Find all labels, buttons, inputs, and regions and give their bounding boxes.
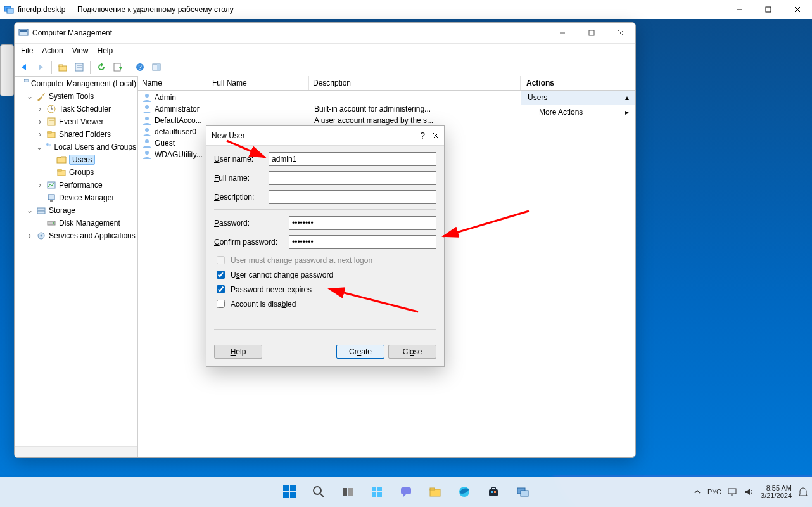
svg-rect-70 [377, 492, 382, 497]
tree-disk-management[interactable]: Disk Management [15, 217, 137, 229]
taskbar-taskview-button[interactable] [335, 479, 360, 504]
system-tray: РУС 8:55 AM 3/21/2024 [694, 484, 808, 499]
twisty-icon[interactable]: › [36, 130, 44, 139]
cm-minimize-button[interactable] [548, 23, 577, 43]
twisty-icon[interactable]: ⌄ [26, 92, 34, 101]
cm-title-text: Computer Management [32, 29, 112, 37]
svg-marker-13 [39, 64, 43, 70]
col-fullname[interactable]: Full Name [208, 76, 309, 90]
tree-event-viewer[interactable]: ›Event Viewer [15, 115, 137, 128]
dialog-help-button[interactable]: ? [420, 131, 425, 141]
tree-shared-folders[interactable]: ›Shared Folders [15, 128, 137, 141]
rdp-close-button[interactable] [783, 0, 812, 19]
toolbar-showhide-button[interactable] [149, 60, 164, 75]
event-icon [46, 117, 56, 127]
help-button[interactable]: Help [214, 345, 262, 359]
user-icon [142, 115, 152, 125]
close-button[interactable]: Close [388, 345, 436, 359]
taskbar[interactable]: РУС 8:55 AM 3/21/2024 [0, 477, 812, 507]
toolbar-help-button[interactable]: ? [132, 60, 148, 75]
dialog-close-button[interactable] [433, 132, 439, 139]
menu-file[interactable]: File [21, 46, 33, 55]
tree-local-users-groups[interactable]: ⌄Local Users and Groups [15, 141, 137, 153]
taskbar-start-button[interactable] [277, 479, 302, 504]
tree-task-scheduler[interactable]: ›Task Scheduler [15, 103, 137, 115]
taskbar-store-button[interactable] [481, 479, 506, 504]
tree-services-applications[interactable]: ›Services and Applications [15, 229, 137, 242]
description-field[interactable] [269, 190, 436, 204]
toolbar-forward-button[interactable] [33, 60, 48, 75]
table-row[interactable]: AdministratorBuilt-in account for admini… [138, 103, 521, 115]
tree-performance[interactable]: ›Performance [15, 179, 137, 191]
twisty-icon[interactable]: › [36, 181, 44, 189]
tree-device-manager[interactable]: Device Manager [15, 191, 137, 204]
toolbar-back-button[interactable] [16, 60, 32, 75]
toolbar-properties-button[interactable] [72, 60, 87, 75]
cm-window-icon [18, 28, 29, 38]
checkbox-disabled[interactable]: Account is disabled [214, 298, 436, 310]
cm-close-button[interactable] [606, 23, 635, 43]
toolbar-up-button[interactable] [55, 60, 70, 75]
tree-storage[interactable]: ⌄Storage [15, 204, 137, 217]
tree-users[interactable]: Users [15, 153, 137, 166]
dialog-titlebar[interactable]: New User ? [206, 126, 444, 146]
checkbox-input[interactable] [217, 300, 225, 308]
tree-horizontal-scrollbar[interactable] [15, 446, 137, 457]
cm-tree-pane[interactable]: Computer Management (Local) ⌄System Tool… [15, 76, 138, 457]
twisty-icon[interactable]: ⌄ [26, 206, 34, 215]
actions-category-users[interactable]: Users▴ [521, 91, 635, 105]
table-row[interactable]: DefaultAcco...A user account managed by … [138, 115, 521, 126]
tree-system-tools[interactable]: ⌄System Tools [15, 90, 137, 103]
tray-network-icon[interactable] [728, 487, 738, 496]
taskbar-widgets-button[interactable] [364, 479, 390, 504]
fullname-field[interactable] [269, 171, 436, 185]
tree-groups[interactable]: Groups [15, 166, 137, 179]
checkbox-cannot-change[interactable]: User cannot change password [214, 269, 436, 281]
cm-actions-pane: Actions Users▴ More Actions▸ [521, 76, 635, 457]
taskbar-edge-button[interactable] [452, 479, 477, 504]
svg-rect-77 [492, 487, 495, 490]
user-icon [142, 150, 152, 160]
rdp-minimize-button[interactable] [725, 0, 754, 19]
device-icon [46, 193, 56, 203]
toolbar-export-button[interactable] [110, 60, 125, 75]
username-field[interactable] [269, 152, 436, 166]
svg-marker-84 [745, 489, 750, 495]
checkbox-input[interactable] [217, 285, 225, 293]
svg-point-63 [314, 487, 321, 494]
cm-maximize-button[interactable] [577, 23, 606, 43]
rdp-icon [4, 4, 14, 15]
table-row[interactable]: Admin [138, 92, 521, 103]
checkbox-never-expires[interactable]: Password never expires [214, 283, 436, 295]
checkbox-input[interactable] [217, 271, 225, 279]
toolbar-refresh-button[interactable] [94, 60, 109, 75]
tray-language[interactable]: РУС [707, 488, 721, 496]
rdp-maximize-button[interactable] [754, 0, 783, 19]
cm-titlebar[interactable]: Computer Management [15, 23, 635, 44]
create-button[interactable]: Create [336, 345, 384, 359]
menu-help[interactable]: Help [98, 46, 113, 55]
svg-text:?: ? [138, 64, 142, 71]
twisty-icon[interactable]: › [36, 105, 44, 113]
taskbar-chat-button[interactable] [393, 479, 419, 504]
tray-overflow-button[interactable] [694, 488, 701, 496]
tray-clock[interactable]: 8:55 AM 3/21/2024 [761, 484, 792, 499]
tree-root[interactable]: Computer Management (Local) [15, 77, 137, 90]
menu-action[interactable]: Action [42, 46, 63, 55]
password-field[interactable] [289, 216, 436, 230]
taskbar-search-button[interactable] [306, 479, 331, 504]
menu-view[interactable]: View [72, 46, 89, 55]
confirm-password-field[interactable] [289, 235, 436, 249]
col-description[interactable]: Description [309, 76, 521, 90]
tray-volume-icon[interactable] [744, 487, 754, 496]
taskbar-rdp-button[interactable] [510, 479, 535, 504]
taskbar-explorer-button[interactable] [422, 479, 448, 504]
twisty-icon[interactable]: › [26, 231, 34, 240]
tray-notifications-icon[interactable] [798, 487, 808, 497]
col-name[interactable]: Name [138, 76, 208, 90]
actions-more-actions[interactable]: More Actions▸ [521, 105, 635, 119]
folder-icon [56, 167, 67, 177]
twisty-icon[interactable]: › [36, 117, 44, 126]
twisty-icon[interactable]: ⌄ [36, 143, 42, 151]
svg-rect-42 [37, 208, 45, 210]
